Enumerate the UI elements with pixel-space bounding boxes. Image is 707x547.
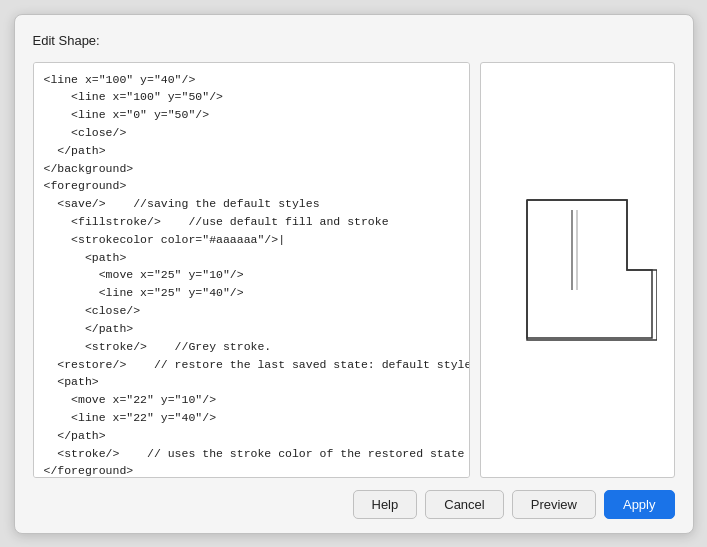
help-button[interactable]: Help (353, 490, 418, 519)
preview-panel (480, 62, 675, 478)
edit-shape-dialog: Edit Shape: <line x="100" y="40"/> <line… (14, 14, 694, 534)
code-editor[interactable]: <line x="100" y="40"/> <line x="100" y="… (33, 62, 470, 478)
svg-marker-0 (527, 200, 652, 338)
cancel-button[interactable]: Cancel (425, 490, 503, 519)
dialog-footer: Help Cancel Preview Apply (33, 490, 675, 519)
dialog-body: <line x="100" y="40"/> <line x="100" y="… (33, 62, 675, 478)
dialog-title: Edit Shape: (33, 33, 675, 48)
preview-button[interactable]: Preview (512, 490, 596, 519)
shape-preview (497, 190, 657, 350)
apply-button[interactable]: Apply (604, 490, 675, 519)
